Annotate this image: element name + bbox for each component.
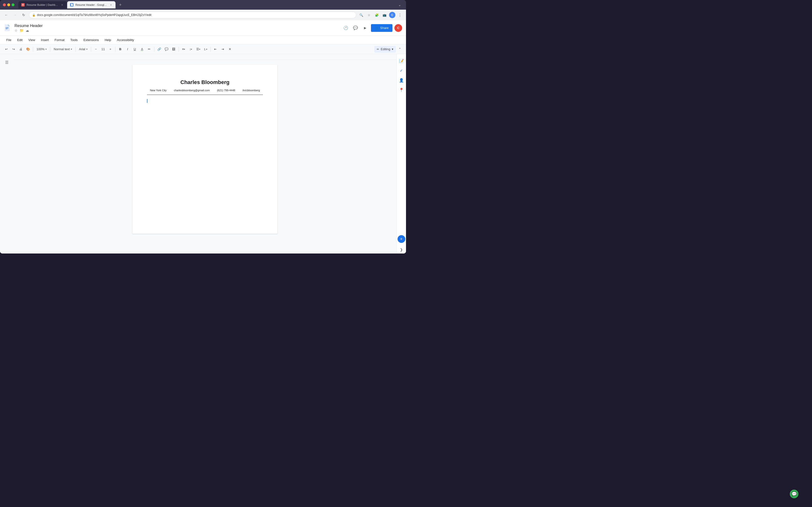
tab-close-2[interactable]: ✕ xyxy=(109,3,113,6)
menu-format[interactable]: Format xyxy=(52,37,67,44)
tab-favicon-1: R xyxy=(21,3,24,6)
user-avatar[interactable]: C xyxy=(394,24,402,32)
clear-format-button[interactable]: ✕ xyxy=(227,46,234,53)
document-page[interactable]: Charles Bloomberg New York City charlesb… xyxy=(133,65,277,234)
titlebar: R Resume Builder | Dashboard ✕ 📄 Resume … xyxy=(0,0,406,10)
maps-panel-icon[interactable]: 📍 xyxy=(398,86,405,94)
docs-content: ☰ Charles Bloomberg New York City xyxy=(0,54,406,253)
tab-close-1[interactable]: ✕ xyxy=(60,3,64,6)
forward-button[interactable]: → xyxy=(12,12,18,18)
browser-window: R Resume Builder | Dashboard ✕ 📄 Resume … xyxy=(0,0,406,253)
menu-insert[interactable]: Insert xyxy=(39,37,51,44)
tab-favicon-2: 📄 xyxy=(70,3,73,6)
decrease-indent-button[interactable]: ⇤ xyxy=(212,46,219,53)
minimize-window-button[interactable] xyxy=(7,3,10,6)
tab-google-docs[interactable]: 📄 Resume Header - Google Docs ✕ xyxy=(67,1,115,8)
close-window-button[interactable] xyxy=(3,3,6,6)
separator-4 xyxy=(91,47,91,52)
tabs-chevron[interactable]: ⌄ xyxy=(396,2,403,8)
font-size-decrease-button[interactable]: − xyxy=(93,46,99,53)
separator-7 xyxy=(179,47,179,52)
doc-divider xyxy=(147,95,263,95)
share-button[interactable]: 👤 Share xyxy=(371,24,393,32)
pencil-icon: ✏ xyxy=(377,48,379,51)
document-scroll-area[interactable]: Charles Bloomberg New York City charlesb… xyxy=(13,60,396,253)
docs-title-area: Resume Header ☆ 📁 ☁ xyxy=(14,24,43,32)
zoom-select[interactable]: 100% ▾ xyxy=(35,46,49,53)
profile-avatar[interactable]: C xyxy=(389,12,395,18)
url-bar[interactable]: 🔒 docs.google.com/document/d/1qITa79Az88… xyxy=(29,12,356,18)
tab-resume-builder[interactable]: R Resume Builder | Dashboard ✕ xyxy=(18,1,67,8)
docs-menu-bar: File Edit View Insert Format Tools Exten… xyxy=(0,36,406,44)
comment-inline-button[interactable]: 💬 xyxy=(163,46,170,53)
move-to-folder-icon[interactable]: 📁 xyxy=(19,29,24,32)
bullet-list-button[interactable]: ☰ ▾ xyxy=(195,46,202,53)
menu-help[interactable]: Help xyxy=(102,37,114,44)
contacts-panel-icon[interactable]: 👤 xyxy=(398,76,405,84)
doc-title[interactable]: Resume Header xyxy=(14,24,43,28)
show-outline-button[interactable]: ☰ xyxy=(2,58,11,67)
version-history-icon[interactable]: 🕐 xyxy=(342,24,350,32)
bold-button[interactable]: B xyxy=(117,46,124,53)
google-docs-app: Resume Header ☆ 📁 ☁ 🕐 💬 ▶ 👤 Share C xyxy=(0,20,406,253)
menu-edit[interactable]: Edit xyxy=(15,37,25,44)
right-panel-chevron[interactable]: ❯ xyxy=(400,248,403,251)
align-button[interactable]: ≡ ▾ xyxy=(180,46,187,53)
reload-button[interactable]: ↻ xyxy=(20,12,27,18)
docs-left-panel: ☰ xyxy=(0,54,13,253)
extensions-icon[interactable]: 🧩 xyxy=(373,12,380,18)
address-bar-right: 🔍 ☆ 🧩 📺 C ⋮ xyxy=(358,12,403,18)
contact-email: charlesbloomberg@gmail.com xyxy=(174,89,210,92)
menu-extensions[interactable]: Extensions xyxy=(81,37,101,44)
contact-linkedin: /in/cbloomberg xyxy=(242,89,260,92)
browser-menu-button[interactable]: ⋮ xyxy=(397,12,403,18)
numbered-list-button[interactable]: 1. ▾ xyxy=(202,46,209,53)
menu-tools[interactable]: Tools xyxy=(68,37,80,44)
add-panel-button[interactable]: + xyxy=(398,235,405,243)
star-icon[interactable]: ☆ xyxy=(14,29,18,32)
underline-button[interactable]: U xyxy=(132,46,138,53)
increase-indent-button[interactable]: ⇥ xyxy=(219,46,226,53)
font-size-input[interactable]: 11 xyxy=(100,46,107,53)
doc-body-cursor[interactable] xyxy=(147,99,263,103)
cloud-status-icon[interactable]: ☁ xyxy=(26,29,29,32)
redo-button[interactable]: ↪ xyxy=(10,46,17,53)
present-icon[interactable]: ▶ xyxy=(361,24,369,32)
style-arrow: ▾ xyxy=(71,48,72,50)
link-button[interactable]: 🔗 xyxy=(156,46,163,53)
undo-button[interactable]: ↩ xyxy=(3,46,10,53)
text-color-button[interactable]: A xyxy=(139,46,146,53)
search-icon[interactable]: 🔍 xyxy=(358,12,364,18)
paragraph-style-select[interactable]: Normal text ▾ xyxy=(52,46,74,53)
notes-panel-icon[interactable]: 📝 xyxy=(398,57,405,65)
tasks-panel-icon[interactable]: ✓ xyxy=(398,67,405,74)
italic-button[interactable]: I xyxy=(124,46,131,53)
paint-format-button[interactable]: 🎨 xyxy=(24,46,32,53)
cast-icon[interactable]: 📺 xyxy=(382,12,388,18)
menu-accessibility[interactable]: Accessibility xyxy=(114,37,137,44)
font-size-increase-button[interactable]: + xyxy=(107,46,114,53)
collapse-toolbar-button[interactable]: ⌃ xyxy=(396,46,403,53)
font-family-select[interactable]: Arial ▾ xyxy=(77,46,89,53)
maximize-window-button[interactable] xyxy=(12,3,14,6)
line-spacing-button[interactable]: ↕ ▾ xyxy=(188,46,194,53)
ruler-inner xyxy=(57,54,353,60)
document-author-name: Charles Bloomberg xyxy=(147,79,263,86)
font-arrow: ▾ xyxy=(86,48,88,50)
new-tab-button[interactable]: + xyxy=(117,1,124,8)
menu-view[interactable]: View xyxy=(26,37,38,44)
menu-file[interactable]: File xyxy=(4,37,14,44)
lock-icon: 🔒 xyxy=(32,13,36,17)
print-button[interactable]: 🖨 xyxy=(17,46,24,53)
bookmark-icon[interactable]: ☆ xyxy=(366,12,372,18)
tab-label-1: Resume Builder | Dashboard xyxy=(27,3,58,6)
editing-arrow: ▾ xyxy=(392,47,394,51)
editing-mode-button[interactable]: ✏ Editing ▾ xyxy=(374,46,396,53)
highlight-button[interactable]: ✏ xyxy=(146,46,153,53)
image-button[interactable]: 🖼 xyxy=(170,46,177,53)
svg-rect-3 xyxy=(6,28,8,29)
url-text: docs.google.com/document/d/1qITa79Az88xn… xyxy=(37,13,353,17)
comment-icon[interactable]: 💬 xyxy=(352,24,359,32)
docs-logo[interactable] xyxy=(4,24,12,32)
back-button[interactable]: ← xyxy=(3,12,10,18)
